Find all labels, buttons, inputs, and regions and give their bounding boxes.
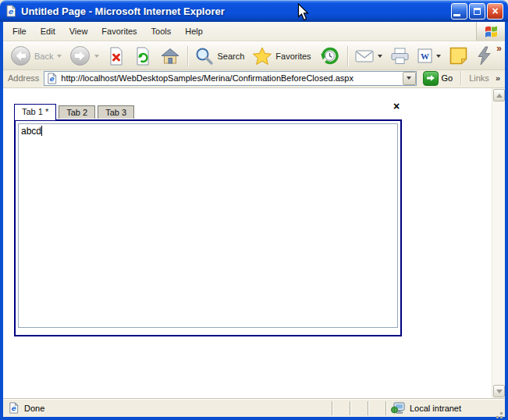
scroll-down-button[interactable] [493, 385, 505, 397]
svg-text:W: W [421, 52, 429, 61]
chevron-up-icon [496, 94, 503, 98]
favorites-button[interactable]: Favorites [248, 44, 314, 68]
mail-button[interactable] [351, 44, 386, 68]
browser-window: Untitled Page - Microsoft Internet Explo… [0, 0, 508, 420]
forward-dropdown-icon [94, 55, 99, 58]
lightning-icon [476, 46, 492, 66]
messenger-button[interactable] [472, 44, 496, 68]
print-icon [390, 48, 410, 65]
minimize-icon [453, 14, 460, 16]
go-button[interactable] [423, 71, 439, 86]
menu-view[interactable]: View [62, 22, 95, 41]
word-icon: W [417, 48, 432, 63]
address-combo: http://localhost/WebDesktopSamples/Merin… [44, 71, 416, 86]
address-bar: Address http://localhost/WebDesktopSampl… [3, 70, 505, 88]
address-separator [460, 71, 461, 85]
back-label: Back [34, 52, 53, 61]
menu-favorites[interactable]: Favorites [94, 22, 144, 41]
mail-icon [355, 49, 374, 63]
home-button[interactable] [156, 44, 184, 68]
edit-with-word-button[interactable]: W [414, 44, 445, 68]
favorites-label: Favorites [275, 52, 311, 61]
window-frame: File Edit View Favorites Tools Help [0, 22, 508, 420]
ie-page-icon [8, 402, 20, 414]
chevron-down-icon [496, 390, 503, 393]
back-icon [10, 45, 31, 66]
toolbar-separator [187, 46, 188, 66]
sticky-note-icon [449, 46, 468, 66]
text-area-value: abcd [21, 126, 41, 137]
local-intranet-icon [391, 402, 406, 415]
tab-1[interactable]: Tab 1 * [14, 104, 56, 120]
back-dropdown-icon [57, 55, 62, 58]
toolbar-separator [347, 46, 348, 66]
mail-dropdown-icon [378, 55, 382, 58]
maximize-icon [474, 8, 481, 15]
home-icon [160, 47, 180, 66]
go-arrow-icon [425, 73, 436, 84]
throbber-pane [476, 22, 505, 41]
notes-button[interactable] [445, 44, 472, 68]
page-content: Tab 1 * Tab 2 Tab 3 × abcd [3, 88, 505, 398]
ie-app-icon [5, 5, 17, 17]
menu-bar: File Edit View Favorites Tools Help [3, 22, 505, 41]
tab-strip: Tab 1 * Tab 2 Tab 3 [14, 104, 134, 119]
back-button[interactable]: Back [6, 44, 66, 68]
links-overflow-chevron[interactable]: » [496, 73, 500, 83]
tab-panel: abcd [14, 119, 402, 336]
status-left-pane: Done [3, 402, 332, 414]
go-group: Go [423, 71, 453, 86]
tab-3[interactable]: Tab 3 [98, 105, 134, 119]
refresh-icon [133, 46, 152, 66]
window-title: Untitled Page - Microsoft Internet Explo… [21, 5, 225, 17]
refresh-button[interactable] [130, 44, 156, 68]
address-dropdown-button[interactable] [403, 72, 416, 85]
stop-button[interactable] [103, 44, 130, 68]
maximize-button[interactable] [469, 3, 485, 20]
status-pane [368, 401, 385, 415]
tab-2[interactable]: Tab 2 [59, 105, 95, 119]
text-caret [41, 126, 42, 136]
menu-edit[interactable]: Edit [34, 22, 62, 41]
close-button[interactable]: × [487, 3, 503, 20]
windows-logo-icon [483, 23, 499, 40]
menu-file[interactable]: File [3, 22, 34, 41]
resize-grip[interactable] [493, 399, 505, 417]
stop-icon [107, 46, 126, 66]
minimize-button[interactable] [451, 3, 467, 20]
tab-close-icon[interactable]: × [393, 100, 400, 112]
status-pane [350, 401, 368, 415]
security-zone-label: Local intranet [410, 404, 461, 413]
search-label: Search [217, 52, 244, 61]
mouse-cursor [297, 3, 309, 21]
status-bar: Done Local intranet [3, 398, 505, 417]
search-icon [195, 47, 214, 66]
go-label[interactable]: Go [442, 73, 453, 83]
security-zone-pane: Local intranet [385, 401, 493, 415]
forward-icon [69, 45, 91, 66]
window-controls: × [451, 3, 503, 20]
title-bar: Untitled Page - Microsoft Internet Explo… [0, 0, 508, 22]
links-label[interactable]: Links [469, 73, 489, 83]
toolbar-overflow-chevron[interactable]: » [496, 43, 502, 54]
address-input[interactable]: http://localhost/WebDesktopSamples/Merin… [61, 73, 402, 83]
history-button[interactable] [315, 44, 344, 68]
chevron-down-icon [407, 77, 411, 80]
vertical-scrollbar[interactable] [492, 88, 505, 398]
toolbar: Back [3, 41, 505, 70]
forward-button[interactable] [66, 44, 103, 68]
status-text: Done [24, 404, 44, 413]
ie-page-icon [46, 73, 58, 84]
history-icon [319, 45, 340, 66]
search-button[interactable]: Search [191, 44, 248, 68]
status-pane [332, 401, 350, 415]
close-icon: × [492, 5, 498, 16]
menu-tools[interactable]: Tools [144, 22, 179, 41]
edit-dropdown-icon [436, 55, 441, 58]
text-area[interactable]: abcd [18, 123, 398, 328]
scroll-up-button[interactable] [493, 89, 505, 101]
address-label: Address [8, 73, 39, 83]
favorites-star-icon [252, 46, 272, 66]
menu-help[interactable]: Help [178, 22, 210, 41]
print-button[interactable] [386, 44, 414, 68]
